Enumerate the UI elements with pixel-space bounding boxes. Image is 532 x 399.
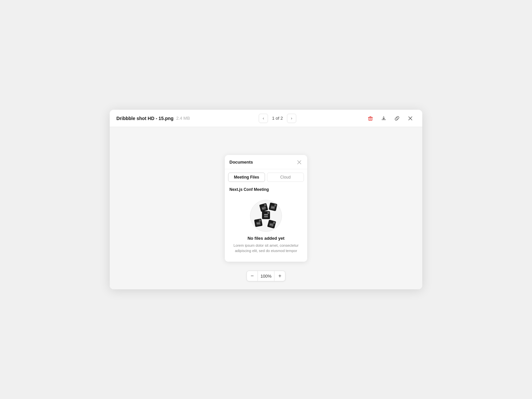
page-navigation: ‹ 1 of 2 › <box>259 114 296 123</box>
prev-page-button[interactable]: ‹ <box>259 114 268 123</box>
file-icons-group <box>253 202 279 229</box>
file-icon-5 <box>267 219 276 228</box>
file-icon-3 <box>262 211 270 219</box>
file-name: Dribbble shot HD - 15.png <box>116 116 174 121</box>
download-button[interactable] <box>378 113 389 124</box>
close-icon <box>408 116 413 121</box>
viewer-header: Dribbble shot HD - 15.png 2.4 MB ‹ 1 of … <box>110 110 422 127</box>
trash-icon <box>368 116 373 121</box>
zoom-out-button[interactable]: − <box>247 271 257 281</box>
zoom-value: 100% <box>257 271 274 281</box>
empty-icon-area <box>250 200 282 232</box>
modal-title: Documents <box>229 160 253 165</box>
svg-rect-0 <box>369 117 372 120</box>
page-indicator: 1 of 2 <box>269 116 286 121</box>
delete-button[interactable] <box>365 113 376 124</box>
empty-description: Lorem ipsum dolor sit amet, consectetur … <box>231 243 301 254</box>
modal-close-icon <box>297 160 301 164</box>
tab-cloud[interactable]: Cloud <box>267 173 304 182</box>
file-icon-2 <box>269 202 277 211</box>
viewer-body: Documents Meeting Files Cloud Next.js Co… <box>110 127 422 289</box>
tab-meeting-files[interactable]: Meeting Files <box>228 173 265 182</box>
file-icon-4 <box>254 218 262 227</box>
chevron-right-icon: › <box>291 116 292 121</box>
section-label: Next.js Conf Meeting <box>225 185 307 193</box>
empty-state: No files added yet Lorem ipsum dolor sit… <box>225 193 307 262</box>
file-size: 2.4 MB <box>176 116 190 121</box>
modal-close-button[interactable] <box>296 159 303 166</box>
viewer-window: Dribbble shot HD - 15.png 2.4 MB ‹ 1 of … <box>110 110 422 289</box>
empty-title: No files added yet <box>247 236 284 241</box>
tabs-container: Meeting Files Cloud <box>225 169 307 185</box>
link-button[interactable] <box>392 113 402 124</box>
documents-modal: Documents Meeting Files Cloud Next.js Co… <box>225 155 307 262</box>
link-icon <box>394 116 400 121</box>
header-actions <box>365 113 416 124</box>
close-button[interactable] <box>405 113 416 124</box>
next-page-button[interactable]: › <box>287 114 296 123</box>
header-left: Dribbble shot HD - 15.png 2.4 MB <box>116 116 190 121</box>
download-icon <box>381 116 386 121</box>
file-icon-1 <box>259 203 268 212</box>
zoom-in-button[interactable]: + <box>275 271 285 281</box>
zoom-controls: − 100% + <box>246 271 285 281</box>
chevron-left-icon: ‹ <box>263 116 264 121</box>
modal-header: Documents <box>225 155 307 169</box>
